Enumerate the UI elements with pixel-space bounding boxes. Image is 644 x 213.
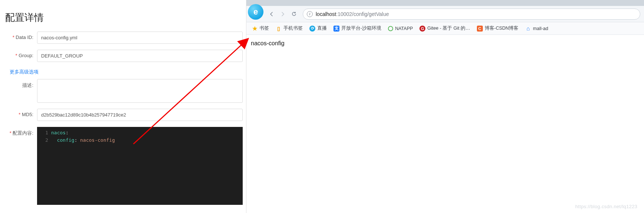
csdn-icon: C [477, 26, 483, 32]
bookmark-label: 博客-CSDN博客 [485, 25, 519, 32]
bookmark-label: mall-ad [533, 26, 548, 31]
code-line: 2 config: nacos-config [37, 137, 243, 144]
response-text: nacos-config [251, 40, 285, 46]
md5-row: MD5: [5, 109, 246, 121]
phone-icon: ▯ [276, 26, 282, 32]
reload-icon [291, 11, 297, 17]
bookmark-label: NATAPP [395, 26, 413, 31]
bookmark-item[interactable]: G Gitee - 基于 Git 的… [417, 24, 472, 33]
bookmark-item[interactable]: NATAPP [386, 24, 415, 33]
group-row: Group: [5, 50, 246, 62]
live-icon: ⟳ [309, 26, 315, 32]
bookmark-label: 开放平台-沙箱环境 [341, 25, 381, 32]
desc-row: 描述: [5, 79, 246, 103]
bookmark-label: 直播 [317, 25, 327, 32]
advanced-options-link[interactable]: 更多高级选项 [10, 69, 39, 75]
bookmark-item[interactable]: ▯ 手机书签 [273, 24, 305, 33]
bookmark-label: Gitee - 基于 Git 的… [427, 25, 470, 32]
address-bar[interactable]: i localhost:10002/config/getValue [303, 9, 640, 20]
line-number: 2 [37, 137, 51, 144]
config-content-editor[interactable]: 1 nacos: 2 config: nacos-config [37, 127, 243, 205]
watermark-text: https://blog.csdn.net/lq1223 [575, 204, 637, 209]
bookmark-item[interactable]: C 博客-CSDN博客 [475, 24, 521, 33]
bookmark-bar: ★ 书签 ▯ 手机书签 ⟳ 直播 支 开放平台-沙箱环境 NATAPP G Gi… [246, 22, 644, 35]
group-input[interactable] [37, 50, 243, 62]
content-row: 配置内容: 1 nacos: 2 config: nacos-config [5, 127, 246, 205]
md5-label: MD5: [5, 109, 37, 117]
chevron-left-icon [269, 12, 274, 17]
content-label: 配置内容: [5, 127, 37, 137]
site-info-icon[interactable]: i [307, 11, 313, 17]
bookmark-item[interactable]: ⟳ 直播 [307, 24, 329, 33]
code-text: nacos: [51, 129, 243, 137]
md5-input[interactable] [37, 109, 243, 121]
alipay-icon: 支 [333, 26, 339, 32]
store-icon: ⌂ [525, 26, 531, 32]
natapp-icon [388, 26, 393, 31]
data-id-label: Data ID: [5, 32, 37, 40]
data-id-input[interactable] [37, 32, 243, 44]
browser-tab-strip [246, 0, 644, 6]
line-number: 1 [37, 129, 51, 137]
chevron-right-icon [280, 12, 285, 17]
gitee-icon: G [419, 26, 425, 32]
url-text: localhost:10002/config/getValue [316, 11, 389, 17]
config-detail-panel: 配置详情 Data ID: Group: 更多高级选项 描述: MD5: 配置内… [0, 0, 246, 213]
browser-window: e i localhost:10002/config/getValue ★ 书签… [246, 0, 644, 213]
bookmark-label: 书签 [259, 25, 269, 32]
bookmark-item[interactable]: 支 开放平台-沙箱环境 [331, 24, 384, 33]
data-id-row: Data ID: [5, 32, 246, 44]
browser-toolbar: e i localhost:10002/config/getValue [246, 6, 644, 22]
star-icon: ★ [252, 26, 258, 32]
bookmark-label: 手机书签 [283, 25, 303, 32]
reload-button[interactable] [289, 9, 299, 19]
page-content: nacos-config [246, 35, 644, 213]
back-button[interactable] [266, 9, 277, 19]
browser-logo-icon: e [248, 4, 263, 20]
code-line: 1 nacos: [37, 129, 243, 137]
bookmark-item[interactable]: ⌂ mall-ad [523, 24, 550, 33]
forward-button[interactable] [278, 9, 288, 19]
desc-label: 描述: [5, 79, 37, 89]
code-text: config: nacos-config [51, 137, 243, 144]
bookmark-item[interactable]: ★ 书签 [249, 24, 271, 33]
desc-input[interactable] [37, 79, 243, 103]
group-label: Group: [5, 50, 37, 58]
page-title: 配置详情 [5, 11, 246, 24]
